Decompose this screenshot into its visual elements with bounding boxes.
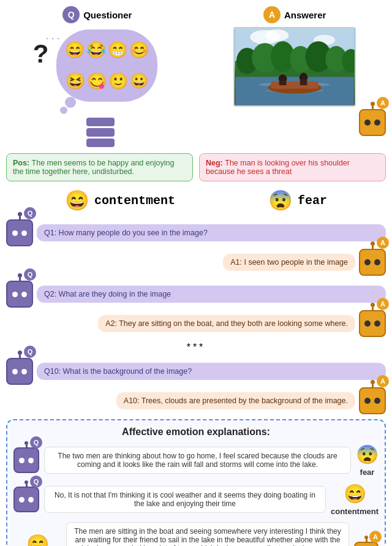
emoji-3: 😁 [108,40,127,59]
q2-antenna-stem [19,277,21,282]
answerer-text: Answerer [284,10,326,20]
emoji-cloud: 😄 😂 😁 😊 😆 😋 🙂 😀 [56,29,157,102]
aff-q-badge-1: Q [30,436,42,449]
q-robot-2 [6,281,33,308]
a-robot-eyes-10 [364,398,380,404]
ellipsis: *** [6,342,386,353]
aff-emotion-1: 😨 fear [356,444,379,477]
q1-text: Q1: How many people do you see in the im… [44,229,208,237]
antenna-stem [372,105,374,110]
a-antenna-ball-10 [371,380,375,384]
aff-q-eyes-1 [19,458,34,463]
a-robot-eyes-2 [364,320,380,327]
page-container: Q Questioner ? • • • 😄 😂 😁 😊 😆 😋 🙂 😀 [0,0,392,546]
q10-avatar: Q [6,358,33,385]
q-badge-2: Q [24,268,36,281]
pos-label: Pos: [13,159,32,167]
aff-q-robot-2 [13,487,39,512]
q-bubble-2: Q2: What are they doing in the image [37,286,386,303]
pos-box: Pos: The men seems to be happy and enjoy… [6,153,193,181]
aff-text-1-content: The two men are thinking about how to go… [58,452,337,469]
affective-row-3: 😄 contentment The men are sitting in the… [13,522,379,546]
questioner-label: Q Questioner [62,6,132,23]
a-antenna-stem-10 [372,384,374,389]
a-robot-eye-r-2 [374,320,380,327]
a10-text: A10: Trees, clouds are presented by the … [124,396,348,405]
a-antenna-stem-2 [372,306,374,311]
emoji-7: 🙂 [108,72,128,91]
answerer-label: A Answerer [263,6,326,23]
svg-rect-18 [279,80,287,85]
affective-row-1: Q The two men are thinking about how to … [13,444,379,477]
aff-text-2: No, It is not that I'm thinking it is co… [44,486,326,513]
emoji-1: 😄 [65,40,85,59]
q10-text: Q10: What is the background of the image… [44,367,192,376]
a-antenna-ball-1 [371,241,375,246]
q10-robot-eyes [12,369,27,374]
emoji-8: 😀 [130,72,148,89]
a10-avatar: A [359,387,386,414]
q-badge-1: Q [24,207,36,219]
q-antenna-stem [19,216,21,221]
a2-avatar: A [359,310,386,337]
aff-q-eye-r1 [28,458,34,463]
aff-emotion-2: 😄 contentment [331,483,379,516]
q2-antenna-ball [18,273,22,278]
affective-title: Affective emotion explanations: [13,427,379,438]
a-robot-eye-l-1 [364,259,371,265]
q-row-1: Q Q1: How many people do you see in the … [6,219,386,246]
aff-text-3-content: The men are sitting in the boat and seei… [74,527,341,546]
affective-row-2: Q No, It is not that I'm thinking it is … [13,483,379,516]
antenna-ball [371,102,375,106]
q-robot-10 [6,358,33,385]
aff-fear-emoji: 😨 [356,444,379,465]
questioner-side: Q Questioner ? • • • 😄 😂 😁 😊 😆 😋 🙂 😀 [6,6,189,147]
contentment-label: contentment [94,194,175,208]
q10-robot-eye-l [12,369,18,374]
aff-contentment-emoji: 😄 [344,483,366,504]
a-row-2: A2: They are sitting on the boat, and th… [6,310,386,337]
a1-avatar: A [359,249,386,276]
q2-robot-eye-r [21,292,27,297]
aff-q-ant-b1 [24,441,28,445]
aff-q-robot-1 [13,447,39,473]
sentiment-section: Pos: The men seems to be happy and enjoy… [6,153,386,181]
fear-label: fear [298,194,327,208]
neg-text: The man is looking over his shoulder bec… [206,159,350,176]
aff-contentment-label: contentment [331,507,379,516]
a-robot-eye-l-10 [364,398,371,404]
q-robot-eye-r [21,230,27,236]
aff-q-eyes-2 [19,497,34,502]
robot-icon-answer [359,109,386,136]
q-bubble-1: Q1: How many people do you see in the im… [37,224,386,241]
aff-q-ant-b2 [24,480,28,484]
answerer-side: A Answerer [203,6,386,136]
a-robot-eyes-1 [364,259,380,265]
aff-a-ant-b3 [364,536,368,539]
emoji-6: 😋 [87,72,107,91]
emotion-item-right: 😨 fear [268,189,327,212]
contentment-emoji: 😄 [65,189,89,212]
aff-q-eye-l2 [19,497,24,502]
svg-rect-16 [271,82,318,89]
q-robot-eyes [12,230,27,236]
fear-emoji: 😨 [268,189,293,212]
aff-a-ant-s3 [366,539,368,543]
a-antenna-stem-1 [372,245,374,250]
robot-eyes [364,119,380,126]
a-robot-eye-l-2 [364,320,371,327]
q2-avatar: Q [6,281,33,308]
q-bubble-10: Q10: What is the background of the image… [37,363,386,380]
aff-q-avatar-2: Q [13,487,39,512]
a-robot-2 [359,310,386,337]
questioner-icon: Q [62,6,80,23]
q-robot-1 [6,219,33,246]
aff-fear-label: fear [360,468,375,477]
a1-text: A1: I seen two people in the image [230,258,348,267]
aff-q-ant-s1 [26,444,28,449]
svg-rect-20 [300,79,307,85]
q-antenna-ball [18,212,22,216]
cloud-tail-2 [60,107,67,114]
pos-text: The men seems to be happy and enjoying t… [13,159,174,176]
q-row-10: Q Q10: What is the background of the ima… [6,358,386,385]
